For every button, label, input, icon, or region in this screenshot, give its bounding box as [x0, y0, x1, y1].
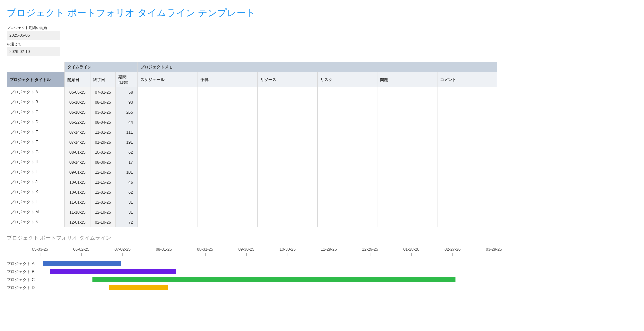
cell-start[interactable]: 10-01-25 — [65, 177, 90, 187]
cell-schedule[interactable] — [138, 167, 198, 177]
cell-comment[interactable] — [437, 147, 497, 157]
cell-start[interactable]: 05-05-25 — [65, 87, 90, 97]
cell-start[interactable]: 05-10-25 — [65, 97, 90, 107]
cell-days[interactable]: 58 — [116, 87, 138, 97]
cell-end[interactable]: 10-01-25 — [90, 147, 115, 157]
cell-end[interactable]: 12-01-25 — [90, 197, 115, 207]
cell-project-name[interactable]: プロジェクト K — [7, 187, 65, 197]
cell-comment[interactable] — [437, 187, 497, 197]
cell-schedule[interactable] — [138, 187, 198, 197]
cell-project-name[interactable]: プロジェクト I — [7, 167, 65, 177]
table-row[interactable]: プロジェクト H08-14-2508-30-2517 — [7, 157, 497, 167]
period-start-value[interactable]: 2025-05-05 — [7, 31, 60, 40]
cell-schedule[interactable] — [138, 197, 198, 207]
cell-project-name[interactable]: プロジェクト G — [7, 147, 65, 157]
cell-comment[interactable] — [437, 127, 497, 137]
cell-project-name[interactable]: プロジェクト M — [7, 207, 65, 217]
cell-days[interactable]: 31 — [116, 207, 138, 217]
cell-days[interactable]: 62 — [116, 187, 138, 197]
cell-end[interactable]: 08-30-25 — [90, 157, 115, 167]
cell-comment[interactable] — [437, 107, 497, 117]
table-row[interactable]: プロジェクト C06-10-2503-01-26265 — [7, 107, 497, 117]
cell-comment[interactable] — [437, 97, 497, 107]
cell-end[interactable]: 12-10-25 — [90, 207, 115, 217]
cell-schedule[interactable] — [138, 127, 198, 137]
cell-days[interactable]: 17 — [116, 157, 138, 167]
cell-start[interactable]: 11-01-25 — [65, 197, 90, 207]
cell-comment[interactable] — [437, 167, 497, 177]
cell-schedule[interactable] — [138, 107, 198, 117]
table-row[interactable]: プロジェクト B05-10-2508-10-2593 — [7, 97, 497, 107]
cell-project-name[interactable]: プロジェクト B — [7, 97, 65, 107]
cell-end[interactable]: 02-10-26 — [90, 217, 115, 227]
cell-resources[interactable] — [258, 97, 317, 107]
cell-days[interactable]: 111 — [116, 127, 138, 137]
cell-schedule[interactable] — [138, 137, 198, 147]
cell-resources[interactable] — [258, 87, 317, 97]
cell-days[interactable]: 46 — [116, 177, 138, 187]
cell-budget[interactable] — [198, 127, 257, 137]
cell-risk[interactable] — [317, 97, 377, 107]
cell-issues[interactable] — [377, 147, 437, 157]
cell-risk[interactable] — [317, 217, 377, 227]
cell-start[interactable]: 12-01-25 — [65, 217, 90, 227]
table-row[interactable]: プロジェクト A05-05-2507-01-2558 — [7, 87, 497, 97]
table-row[interactable]: プロジェクト J10-01-2511-15-2546 — [7, 177, 497, 187]
cell-budget[interactable] — [198, 167, 257, 177]
cell-schedule[interactable] — [138, 207, 198, 217]
cell-issues[interactable] — [377, 87, 437, 97]
cell-end[interactable]: 12-10-25 — [90, 167, 115, 177]
cell-issues[interactable] — [377, 177, 437, 187]
cell-risk[interactable] — [317, 87, 377, 97]
cell-risk[interactable] — [317, 137, 377, 147]
cell-risk[interactable] — [317, 107, 377, 117]
cell-schedule[interactable] — [138, 157, 198, 167]
cell-schedule[interactable] — [138, 117, 198, 127]
cell-issues[interactable] — [377, 97, 437, 107]
cell-schedule[interactable] — [138, 97, 198, 107]
cell-end[interactable]: 08-04-25 — [90, 117, 115, 127]
cell-comment[interactable] — [437, 137, 497, 147]
cell-issues[interactable] — [377, 207, 437, 217]
cell-issues[interactable] — [377, 117, 437, 127]
cell-issues[interactable] — [377, 127, 437, 137]
cell-start[interactable]: 11-10-25 — [65, 207, 90, 217]
cell-budget[interactable] — [198, 87, 257, 97]
cell-end[interactable]: 11-15-25 — [90, 177, 115, 187]
cell-end[interactable]: 12-01-25 — [90, 187, 115, 197]
cell-days[interactable]: 191 — [116, 137, 138, 147]
cell-issues[interactable] — [377, 157, 437, 167]
cell-risk[interactable] — [317, 177, 377, 187]
cell-start[interactable]: 09-01-25 — [65, 167, 90, 177]
table-row[interactable]: プロジェクト I09-01-2512-10-25101 — [7, 167, 497, 177]
cell-risk[interactable] — [317, 147, 377, 157]
table-row[interactable]: プロジェクト K10-01-2512-01-2562 — [7, 187, 497, 197]
cell-budget[interactable] — [198, 97, 257, 107]
cell-issues[interactable] — [377, 167, 437, 177]
cell-days[interactable]: 62 — [116, 147, 138, 157]
cell-project-name[interactable]: プロジェクト J — [7, 177, 65, 187]
cell-project-name[interactable]: プロジェクト N — [7, 217, 65, 227]
table-row[interactable]: プロジェクト N12-01-2502-10-2672 — [7, 217, 497, 227]
cell-issues[interactable] — [377, 217, 437, 227]
cell-comment[interactable] — [437, 217, 497, 227]
cell-project-name[interactable]: プロジェクト C — [7, 107, 65, 117]
table-row[interactable]: プロジェクト E07-14-2511-01-25111 — [7, 127, 497, 137]
cell-comment[interactable] — [437, 177, 497, 187]
cell-resources[interactable] — [258, 127, 317, 137]
cell-resources[interactable] — [258, 207, 317, 217]
cell-budget[interactable] — [198, 107, 257, 117]
cell-resources[interactable] — [258, 177, 317, 187]
cell-end[interactable]: 08-10-25 — [90, 97, 115, 107]
cell-project-name[interactable]: プロジェクト A — [7, 87, 65, 97]
cell-risk[interactable] — [317, 207, 377, 217]
cell-resources[interactable] — [258, 157, 317, 167]
cell-budget[interactable] — [198, 217, 257, 227]
cell-budget[interactable] — [198, 157, 257, 167]
table-row[interactable]: プロジェクト G08-01-2510-01-2562 — [7, 147, 497, 157]
cell-start[interactable]: 08-01-25 — [65, 147, 90, 157]
cell-budget[interactable] — [198, 197, 257, 207]
cell-resources[interactable] — [258, 167, 317, 177]
cell-start[interactable]: 06-22-25 — [65, 117, 90, 127]
cell-end[interactable]: 01-20-26 — [90, 137, 115, 147]
